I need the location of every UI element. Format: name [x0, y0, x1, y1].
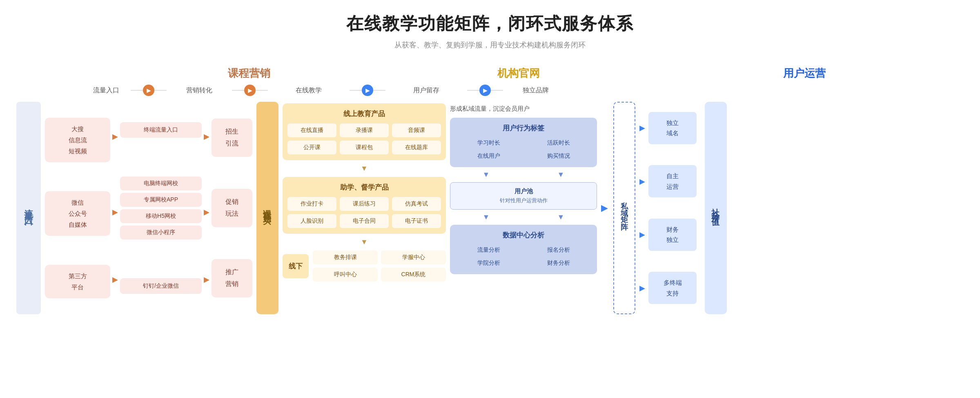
offline-item-4: CRM系统 [381, 268, 446, 282]
flow-label-brand: 独立品牌 [503, 86, 568, 95]
assist-item-5: 电子合同 [340, 214, 389, 228]
user-pool-box: 用户池 针对性用户运营动作 [450, 182, 597, 210]
down-arrow-2: ▼ [283, 238, 446, 246]
course-buy-bar: 课程购买 [256, 102, 278, 314]
online-item-3: 音频课 [392, 123, 441, 137]
data-analysis-box: 数据中心分析 流量分析 报名分析 学院分析 财务分析 [450, 225, 597, 274]
online-product-grid: 在线直播 录播课 音频课 公开课 课程包 在线题库 [287, 123, 441, 154]
user-tag-3: 在线用户 [455, 151, 522, 161]
mkt-box-2: 促销玩法 [212, 189, 252, 227]
left-label: 流量入口 [16, 102, 41, 314]
user-pool-title: 用户池 [455, 188, 592, 195]
flow-label-traffic: 流量入口 [82, 86, 131, 95]
brand-arrow-4: ▶ [639, 284, 645, 293]
traffic-group-2: 微信公众号自媒体 [45, 191, 110, 236]
brand-item-wrap-1: ▶ 独立域名 [639, 112, 697, 144]
online-item-5: 课程包 [340, 141, 389, 154]
mkt-group-2: 电脑终端网校 专属网校APP 移动H5网校 微信小程序 [120, 177, 202, 239]
analysis-item-1: 流量分析 [455, 245, 522, 255]
online-item-1: 在线直播 [287, 123, 336, 137]
user-tag-2: 活跃时长 [525, 138, 592, 148]
assist-item-2: 课后练习 [340, 197, 389, 211]
left-label-text: 流量入口 [22, 201, 35, 215]
user-section: 形成私域流量，沉淀会员用户 用户行为标签 学习时长 活跃时长 在线用户 购买情况… [446, 102, 601, 314]
brand-arrow-3: ▶ [639, 230, 645, 239]
user-pool-desc: 针对性用户运营动作 [455, 197, 592, 204]
flow-line-6 [373, 90, 385, 91]
online-education-section: 线上教育产品 在线直播 录播课 音频课 公开课 课程包 在线题库 ▼ 助学、督学… [283, 102, 446, 314]
traffic-arrows: ▶ ▶ ▶ [110, 102, 120, 314]
mkt-arrow-3: ▶ [202, 275, 212, 284]
offline-item-2: 学服中心 [381, 250, 446, 264]
traffic-group-3: 第三方平台 [45, 265, 110, 298]
user-down-arrow-4: ▼ [525, 213, 597, 221]
mkt-item-4: 移动H5网校 [120, 209, 202, 223]
arrow-circle-1: ▶ [143, 85, 154, 96]
private-matrix-bar: 私 域 矩 阵 [613, 102, 635, 314]
assist-grid: 作业打卡 课后练习 仿真考试 人脸识别 电子合同 电子证书 [287, 197, 441, 228]
analysis-item-3: 学院分析 [455, 258, 522, 268]
flow-line-5 [350, 90, 362, 91]
flow-line-1 [131, 90, 143, 91]
brand-section: ▶ 独立域名 ▶ 自主运营 ▶ 财务独立 ▶ 多终端支持 [635, 102, 701, 314]
mkt-item-1: 终端流量入口 [120, 122, 202, 138]
online-item-4: 公开课 [287, 141, 336, 154]
mkt-item-3: 专属网校APP [120, 193, 202, 207]
brand-item-wrap-3: ▶ 财务独立 [639, 219, 697, 251]
data-analysis-grid: 流量分析 报名分析 学院分析 财务分析 [455, 245, 592, 268]
social-value-bar: 社会价值 [705, 102, 727, 314]
marketing-arrows: ▶ ▶ ▶ [202, 102, 212, 314]
user-down-arrow-2: ▼ [525, 170, 597, 179]
online-product-box: 线上教育产品 在线直播 录播课 音频课 公开课 课程包 在线题库 [283, 103, 446, 160]
flow-label-conversion: 营销转化 [167, 86, 232, 95]
offline-row: 线下 教务排课 学服中心 呼叫中心 CRM系统 [283, 250, 446, 282]
flow-label-online: 在线教学 [268, 86, 350, 95]
flow-line-8 [491, 90, 503, 91]
arrow-circle-3: ▶ [362, 85, 373, 96]
assist-item-1: 作业打卡 [287, 197, 336, 211]
col-header-official: 机构官网 [368, 66, 670, 80]
traffic-arrow-3: ▶ [110, 275, 120, 284]
mkt-box-1: 招生引流 [212, 119, 252, 157]
data-analysis-title: 数据中心分析 [455, 230, 592, 240]
mkt-item-6: 钉钉/企业微信 [120, 278, 202, 294]
traffic-section: 大搜信息流短视频 微信公众号自媒体 第三方平台 [45, 102, 110, 314]
user-tag-title: 用户行为标签 [455, 123, 592, 133]
assist-item-4: 人脸识别 [287, 214, 336, 228]
assist-item-3: 仿真考试 [392, 197, 441, 211]
mkt-box-3: 推广营销 [212, 259, 252, 297]
user-tag-1: 学习时长 [455, 138, 522, 148]
user-private-text: 形成私域流量，沉淀会员用户 [450, 103, 597, 114]
page-wrapper: 在线教学功能矩阵，闭环式服务体系 从获客、教学、复购到学服，用专业技术构建机构服… [0, 0, 980, 326]
marketing-items-section: 终端流量入口 电脑终端网校 专属网校APP 移动H5网校 微信小程序 钉钉/企业… [120, 102, 202, 314]
flow-line-4 [256, 90, 268, 91]
user-tag-box: 用户行为标签 学习时长 活跃时长 在线用户 购买情况 [450, 118, 597, 167]
mkt-item-5: 微信小程序 [120, 226, 202, 239]
user-down-arrow-1: ▼ [450, 170, 522, 179]
right-arrow-blue: ▶ [601, 203, 608, 213]
brand-item-3: 财务独立 [648, 219, 697, 251]
page-title: 在线教学功能矩阵，闭环式服务体系 [16, 12, 964, 35]
brand-item-wrap-4: ▶ 多终端支持 [639, 272, 697, 304]
brand-item-2: 自主运营 [648, 165, 697, 197]
mkt-item-2: 电脑终端网校 [120, 177, 202, 190]
arrow-circle-4: ▶ [479, 85, 491, 96]
offline-label: 线下 [283, 254, 309, 278]
offline-grid: 教务排课 学服中心 呼叫中心 CRM系统 [313, 250, 446, 282]
online-item-2: 录播课 [340, 123, 389, 137]
flow-labels-row: 流量入口 ▶ 营销转化 ▶ 在线教学 ▶ 用户留存 ▶ 独立品牌 [16, 85, 964, 96]
brand-item-wrap-2: ▶ 自主运营 [639, 165, 697, 197]
col-header-userops: 用户运营 [670, 66, 939, 80]
offline-item-3: 呼叫中心 [313, 268, 378, 282]
arrow-circle-2: ▶ [244, 85, 256, 96]
flow-line-3 [232, 90, 244, 91]
user-tag-4: 购买情况 [525, 151, 592, 161]
assist-title: 助学、督学产品 [287, 183, 441, 192]
brand-item-4: 多终端支持 [648, 272, 697, 304]
brand-arrow-1: ▶ [639, 123, 645, 132]
down-arrow-1: ▼ [283, 164, 446, 173]
flow-label-retention: 用户留存 [385, 86, 467, 95]
user-tag-grid: 学习时长 活跃时长 在线用户 购买情况 [455, 138, 592, 161]
traffic-group-1: 大搜信息流短视频 [45, 118, 110, 162]
col-header-marketing: 课程营销 [131, 66, 368, 80]
